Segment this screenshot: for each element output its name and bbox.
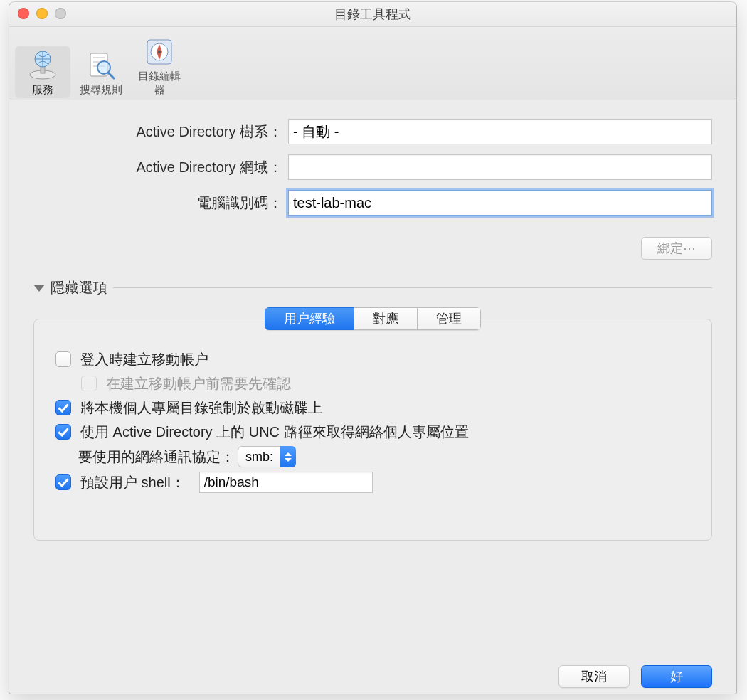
select-network-protocol-wrap: smb:: [238, 446, 296, 467]
toolbar-tab-directory-editor[interactable]: 目錄編輯器: [132, 33, 187, 98]
traffic-lights: [18, 8, 66, 19]
checkbox-create-mobile-account[interactable]: [55, 351, 71, 367]
toolbar-tab-services[interactable]: 服務: [15, 46, 70, 98]
row-create-mobile: 登入時建立移動帳户: [53, 349, 693, 369]
magnifier-document-icon: [85, 49, 117, 82]
checkbox-default-shell[interactable]: [55, 474, 71, 490]
input-default-shell[interactable]: [199, 472, 373, 493]
row-network-protocol: 要使用的網絡通訊協定： smb:: [78, 446, 693, 467]
row-ad-forest: Active Directory 樹系：: [33, 117, 712, 146]
disclosure-hidden-options[interactable]: 隱藏選項: [33, 278, 712, 297]
select-network-protocol[interactable]: smb:: [238, 446, 296, 467]
disclosure-label: 隱藏選項: [51, 278, 107, 297]
toolbar-tab-label: 服務: [16, 83, 69, 97]
tab-user-experience[interactable]: 用户經驗: [265, 307, 354, 330]
compass-icon: [143, 36, 176, 68]
label-force-local-home: 將本機個人專屬目錄強制於啟動磁碟上: [80, 398, 322, 418]
tabs-segmented-control: 用户經驗 對應 管理: [265, 307, 481, 330]
minimize-window-button[interactable]: [36, 8, 48, 19]
row-default-shell: 預設用户 shell：: [53, 472, 693, 493]
toolbar-tab-label: 搜尋規則: [75, 83, 127, 97]
divider: [113, 287, 712, 288]
bind-button: 綁定⋯: [641, 237, 712, 260]
zoom-window-button: [55, 8, 66, 19]
toolbar-tab-search-policy[interactable]: 搜尋規則: [73, 46, 129, 98]
ok-button[interactable]: 好: [641, 665, 712, 688]
label-computer-id: 電腦識別碼：: [33, 193, 288, 213]
label-ad-domain: Active Directory 網域：: [33, 158, 288, 177]
row-use-unc: 使用 Active Directory 上的 UNC 路徑來取得網絡個人專屬位置: [53, 422, 693, 442]
label-create-mobile-account: 登入時建立移動帳户: [80, 350, 208, 369]
input-ad-forest[interactable]: [288, 119, 712, 144]
close-window-button[interactable]: [18, 8, 29, 19]
toolbar: 服務 搜尋規則: [9, 27, 736, 100]
row-computer-id: 電腦識別碼：: [33, 189, 712, 217]
toolbar-tab-label: 目錄編輯器: [133, 70, 186, 97]
titlebar: 目錄工具程式: [9, 2, 736, 27]
dialog-footer: 取消 好: [558, 665, 712, 688]
checkbox-confirm-mobile-account: [81, 376, 97, 391]
checkbox-use-unc-path[interactable]: [55, 424, 71, 440]
tab-mappings[interactable]: 對應: [354, 307, 417, 330]
label-confirm-mobile-account: 在建立移動帳户前需要先確認: [106, 374, 291, 393]
row-ad-domain: Active Directory 網域：: [33, 153, 712, 181]
checkbox-force-local-home[interactable]: [55, 400, 71, 415]
window-title: 目錄工具程式: [334, 7, 411, 21]
window-frame: 目錄工具程式 服務: [9, 1, 737, 694]
label-network-protocol: 要使用的網絡通訊協定：: [78, 447, 235, 467]
options-panel: 登入時建立移動帳户 在建立移動帳户前需要先確認 將本機個人專屬目錄強制於啟動磁碟…: [33, 319, 712, 541]
input-ad-domain[interactable]: [288, 154, 712, 180]
svg-point-11: [158, 51, 161, 53]
row-confirm-mobile: 在建立移動帳户前需要先確認: [78, 373, 693, 393]
disclosure-triangle-icon: [33, 285, 45, 292]
label-use-unc-path: 使用 Active Directory 上的 UNC 路徑來取得網絡個人專屬位置: [80, 423, 469, 442]
svg-line-8: [108, 73, 114, 78]
row-force-local-home: 將本機個人專屬目錄強制於啟動磁碟上: [53, 398, 693, 418]
tab-administrative[interactable]: 管理: [417, 307, 481, 330]
label-default-shell: 預設用户 shell：: [80, 473, 185, 492]
input-computer-id[interactable]: [288, 190, 712, 216]
cancel-button[interactable]: 取消: [558, 665, 630, 688]
label-ad-forest: Active Directory 樹系：: [33, 122, 288, 142]
globe-server-icon: [26, 49, 59, 82]
